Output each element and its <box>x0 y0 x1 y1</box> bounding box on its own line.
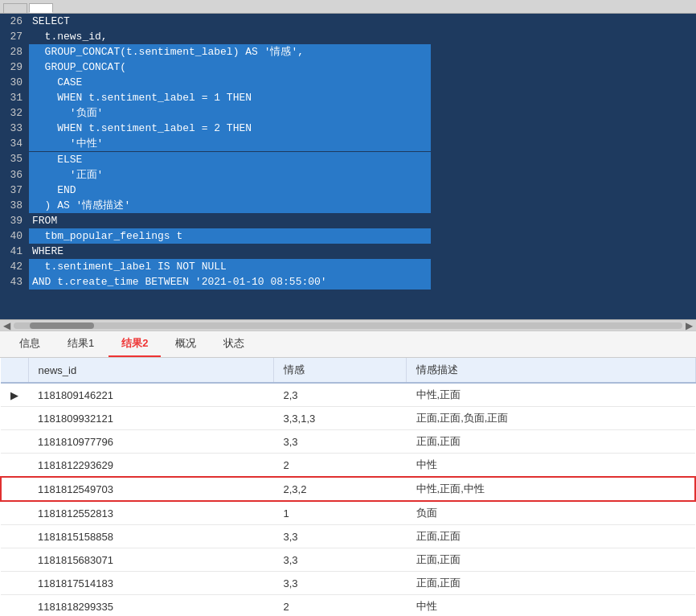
code-line: 28 GROUP_CONCAT(t.sentiment_label) AS '情… <box>0 44 696 60</box>
line-number: 43 <box>0 274 29 290</box>
code-line: 29 GROUP_CONCAT( <box>0 60 696 75</box>
code-line: 32 '负面' <box>0 105 696 121</box>
line-content: WHERE <box>29 244 696 259</box>
line-content: CASE <box>29 75 431 90</box>
table-row: ▶11818091462212,3中性,正面 <box>1 383 695 407</box>
line-content: tbm_popular_feelings t <box>29 228 431 244</box>
line-number: 34 <box>0 136 29 151</box>
line-content: '正面' <box>29 167 431 183</box>
results-area: news_id情感情感描述 ▶11818091462212,3中性,正面1181… <box>0 358 696 616</box>
row-indicator <box>1 454 28 478</box>
code-line: 36 '正面' <box>0 167 696 183</box>
row-indicator <box>1 548 28 572</box>
scrollbar-thumb[interactable] <box>30 322 94 329</box>
table-header: news_id情感情感描述 <box>1 358 695 383</box>
table-row: 11818175141833,3正面,正面 <box>1 572 695 595</box>
scrollbar-track[interactable] <box>14 322 682 329</box>
row-indicator <box>1 407 28 430</box>
row-indicator <box>1 572 28 595</box>
line-number: 28 <box>0 44 29 60</box>
tab-query-builder[interactable] <box>3 3 27 13</box>
line-number: 35 <box>0 151 29 166</box>
code-line: 37 END <box>0 183 696 198</box>
cell-news-id: 1181818299335 <box>28 595 273 617</box>
bottom-tab-信息[interactable]: 信息 <box>6 331 53 357</box>
code-line: 40 tbm_popular_feelings t <box>0 228 696 244</box>
cell-emotion: 3,3 <box>273 548 406 572</box>
bottom-tab-状态[interactable]: 状态 <box>211 331 257 357</box>
line-content: ELSE <box>29 152 431 167</box>
code-line: 34 '中性' <box>0 136 696 151</box>
bottom-tab-结果2[interactable]: 结果2 <box>108 331 161 357</box>
line-number: 41 <box>0 244 29 259</box>
column-header: 情感描述 <box>407 358 695 383</box>
cell-emotion: 2 <box>273 454 406 478</box>
code-line: 42 t.sentiment_label IS NOT NULL <box>0 259 696 274</box>
cell-news-id: 1181812552813 <box>28 501 273 525</box>
line-number: 26 <box>0 14 29 29</box>
line-number: 38 <box>0 198 29 213</box>
code-line: 41 WHERE <box>0 244 696 259</box>
code-line: 30 CASE <box>0 75 696 90</box>
line-content: '中性' <box>29 136 431 151</box>
line-content: END <box>29 183 431 198</box>
line-content: t.news_id, <box>29 29 696 44</box>
cell-description: 正面,正面 <box>407 548 695 572</box>
cell-news-id: 1181812293629 <box>28 454 273 478</box>
line-content: AND t.create_time BETWEEN '2021-01-10 08… <box>29 274 431 290</box>
row-indicator <box>1 595 28 617</box>
cell-description: 中性,正面 <box>407 383 695 407</box>
line-number: 32 <box>0 105 29 121</box>
cell-description: 负面 <box>407 501 695 525</box>
line-content: ) AS '情感描述' <box>29 198 431 213</box>
cell-emotion: 2 <box>273 595 406 617</box>
table-row: 11818156830713,3正面,正面 <box>1 548 695 572</box>
column-header: 情感 <box>273 358 406 383</box>
column-header: news_id <box>28 358 273 383</box>
line-number: 42 <box>0 259 29 274</box>
row-indicator: ▶ <box>1 383 28 407</box>
line-content: '负面' <box>29 105 431 121</box>
table-row: 11818125528131负面 <box>1 501 695 525</box>
cell-news-id: 1181817514183 <box>28 572 273 595</box>
line-content: WHEN t.sentiment_label = 2 THEN <box>29 121 431 136</box>
code-line: 39 FROM <box>0 213 696 228</box>
line-number: 27 <box>0 29 29 44</box>
row-indicator <box>1 430 28 454</box>
line-number: 39 <box>0 213 29 228</box>
line-number: 37 <box>0 183 29 198</box>
code-line: 35 ELSE <box>0 151 696 166</box>
cell-description: 正面,正面,负面,正面 <box>407 407 695 430</box>
line-content: GROUP_CONCAT( <box>29 60 431 75</box>
code-line: 26 SELECT <box>0 14 696 29</box>
bottom-tab-结果1[interactable]: 结果1 <box>55 331 107 357</box>
cell-description: 中性 <box>407 454 695 478</box>
line-content: t.sentiment_label IS NOT NULL <box>29 259 431 274</box>
tab-query-editor[interactable] <box>29 3 53 13</box>
cell-news-id: 1181809932121 <box>28 407 273 430</box>
line-number: 40 <box>0 228 29 244</box>
horizontal-scrollbar[interactable]: ◀ ▶ <box>0 319 696 331</box>
line-content: WHEN t.sentiment_label = 1 THEN <box>29 90 431 105</box>
line-content: SELECT <box>29 14 696 29</box>
cell-emotion: 3,3 <box>273 572 406 595</box>
cell-emotion: 3,3 <box>273 430 406 454</box>
header-indicator <box>1 358 28 383</box>
code-table: 26 SELECT 27 t.news_id, 28 GROUP_CONCAT(… <box>0 14 696 290</box>
table-row: 11818182993352中性 <box>1 595 695 617</box>
cell-news-id: 1181815158858 <box>28 525 273 548</box>
cell-emotion: 2,3 <box>273 383 406 407</box>
code-line: 33 WHEN t.sentiment_label = 2 THEN <box>0 121 696 136</box>
line-number: 33 <box>0 121 29 136</box>
cell-news-id: 1181812549703 <box>28 477 273 501</box>
cell-description: 正面,正面 <box>407 430 695 454</box>
results-table: news_id情感情感描述 ▶11818091462212,3中性,正面1181… <box>0 358 696 616</box>
row-indicator <box>1 525 28 548</box>
cell-description: 正面,正面 <box>407 525 695 548</box>
cell-emotion: 3,3,1,3 <box>273 407 406 430</box>
line-number: 31 <box>0 90 29 105</box>
cell-emotion: 1 <box>273 501 406 525</box>
bottom-tab-概况[interactable]: 概况 <box>162 331 209 357</box>
cell-description: 中性,正面,中性 <box>407 477 695 501</box>
cell-emotion: 3,3 <box>273 525 406 548</box>
